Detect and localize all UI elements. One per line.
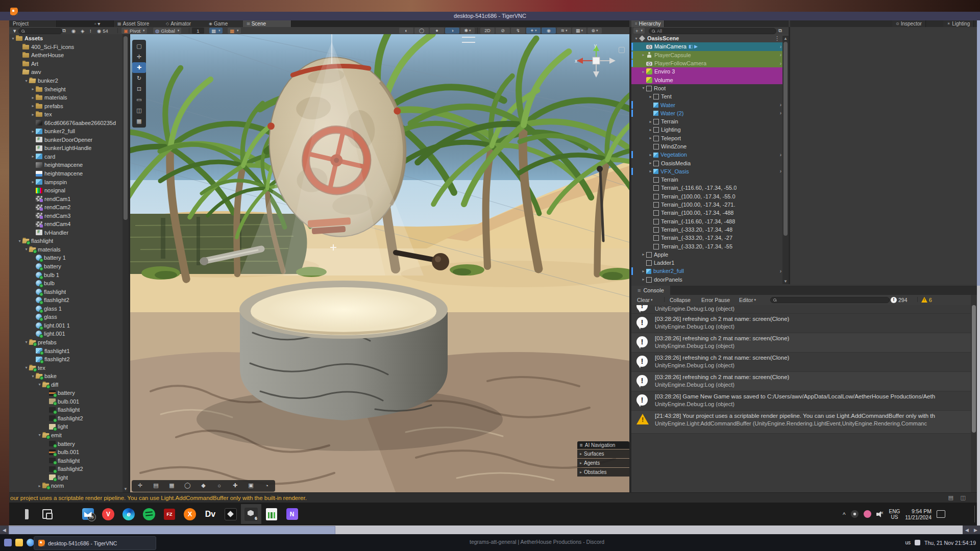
layers-menu-icon[interactable]: ≋ (557, 28, 571, 34)
expand-arrow-icon[interactable]: ▾ (37, 382, 42, 387)
hierarchy-item[interactable]: Water (2)› (631, 109, 789, 117)
project-item[interactable]: Art (9, 60, 129, 68)
taskbar-icon-code-app[interactable]: N (282, 504, 302, 524)
lighting-toggle-icon[interactable]: ● (430, 28, 444, 34)
hierarchy-item[interactable]: Terrain (631, 176, 789, 184)
console-clear-button[interactable]: Clear (634, 296, 655, 304)
project-item[interactable]: flashlight2 (9, 355, 129, 364)
hierarchy-item[interactable]: Terrain_(-116.60, -17.34, -55.0 (631, 184, 789, 192)
expand-arrow-icon[interactable]: ▾ (633, 36, 639, 41)
rect-tool-icon[interactable]: ▭ (132, 94, 146, 105)
hierarchy-item[interactable]: PlayerFollowCamera› (631, 59, 789, 67)
console-editor-dropdown[interactable]: Editor (737, 296, 758, 304)
project-item[interactable]: tvHandler (9, 229, 129, 237)
taskbar-icon-unity-editor[interactable]: 6 (241, 504, 261, 524)
hierarchy-item[interactable]: Terrain_(100.00, -17.34, -55.0 (631, 192, 789, 201)
taskbar-clock[interactable]: 9:54 PM11/21/2024 (905, 508, 932, 520)
scene-view[interactable] (130, 34, 629, 492)
show-desktop-button[interactable] (974, 506, 977, 522)
project-item[interactable]: ▾bunker2 (9, 77, 129, 85)
expand-arrow-icon[interactable]: ▾ (641, 86, 646, 90)
expand-arrow-icon[interactable]: ▸ (30, 180, 36, 184)
hierarchy-item[interactable]: ▸bunker2_full› (631, 267, 789, 275)
host-files-icon[interactable] (15, 539, 23, 546)
host-clock[interactable]: Thu, 21 Nov 21:54:19 (924, 540, 976, 546)
grid-menu-icon[interactable]: ▦ (572, 28, 586, 34)
hierarchy-item[interactable]: Water› (631, 101, 789, 109)
prefab-chevron-icon[interactable]: › (780, 268, 781, 274)
hierarchy-item[interactable]: ▾Root (631, 84, 789, 92)
expand-arrow-icon[interactable]: ▸ (30, 129, 36, 134)
transform-tool-icon[interactable]: ◫ (132, 105, 146, 116)
project-item[interactable]: flashlight (9, 287, 129, 296)
hierarchy-item[interactable]: Terrain_(-333.20, -17.34, -55 (631, 242, 789, 250)
scroll-up-icon[interactable]: ▲ (783, 36, 788, 41)
paint-overlay-icon[interactable]: ◆ (196, 481, 211, 490)
project-item[interactable]: battery (9, 439, 129, 448)
hierarchy-item[interactable]: Terrain_(100.00, -17.34, -271. (631, 201, 789, 209)
project-item[interactable]: ▸tex (9, 110, 129, 119)
scene-orientation-gizmo[interactable]: x y (576, 45, 617, 82)
move-overlay-icon[interactable]: ✛ (133, 481, 148, 490)
project-item[interactable]: 66cd606676aabee2660235d (9, 118, 129, 127)
scroll-left-icon[interactable]: ◀ (0, 525, 9, 534)
expand-arrow-icon[interactable]: ▾ (30, 374, 36, 379)
prefab-chevron-icon[interactable]: › (780, 168, 781, 174)
hierarchy-item[interactable]: Terrain_(-333.20, -17.34, -48 (631, 226, 789, 234)
taskbar-icon-dev-app[interactable]: Dv (200, 504, 220, 524)
prefab-chevron-icon[interactable]: › (780, 61, 781, 66)
expand-arrow-icon[interactable]: ▾ (23, 247, 29, 252)
visibility-toggle-icon[interactable]: ◉ (542, 28, 556, 34)
prefab-chevron-icon[interactable]: › (780, 52, 781, 58)
scroll-left-icon[interactable]: ◀ (963, 525, 971, 534)
console-entry-log[interactable]: [03:28:26] refreshing ch 2 mat name: scr… (631, 353, 971, 372)
ai-nav-row-surfaces[interactable]: ▸Surfaces (577, 449, 629, 458)
expand-arrow-icon[interactable]: ▸ (641, 69, 646, 74)
panel-splitter[interactable] (789, 27, 790, 284)
scrollbar-thumb[interactable] (972, 305, 976, 433)
project-item[interactable]: glass (9, 313, 129, 321)
transform-overlay-icon[interactable]: ✚ (228, 481, 242, 490)
console-entry-log[interactable]: [03:28:26] refreshing ch 2 mat name: scr… (631, 333, 971, 353)
project-item[interactable]: flashlight2 (9, 414, 129, 423)
console-info-count[interactable]: 294 (891, 296, 908, 304)
debug-mode-icon[interactable]: ◯ (414, 28, 429, 34)
media-tray-icon[interactable] (864, 510, 871, 518)
scrollbar-thumb[interactable] (9, 526, 335, 535)
taskbar-icon-start-partial[interactable] (16, 504, 37, 524)
project-item[interactable]: ▸bunker2_full (9, 127, 129, 136)
expand-arrow-icon[interactable]: ▸ (648, 161, 653, 165)
host-window-title-discord[interactable]: tegrams-att-general | AetherHouse Produc… (470, 539, 604, 545)
tab-inspector[interactable]: ⊙Inspector (892, 20, 926, 27)
taskbar-icon-mail[interactable]: 26 (78, 504, 98, 524)
hierarchy-item[interactable]: ▸PlayerCapsule› (631, 51, 789, 59)
taskbar-icon-spotify[interactable] (139, 504, 159, 524)
host-tray-icon[interactable] (915, 540, 920, 545)
light-probe-icon[interactable]: ↯ (511, 28, 525, 34)
console-entry-log[interactable]: UnityEngine.Debug:Log (object) (631, 305, 971, 314)
project-item[interactable]: rendCam2 (9, 203, 129, 212)
project-item[interactable]: ▸9xheight (9, 85, 129, 93)
hierarchy-item[interactable]: ▸doorPanels (631, 276, 789, 284)
scrollbar-thumb[interactable] (977, 20, 980, 286)
expand-arrow-icon[interactable]: ▾ (23, 79, 29, 83)
project-item[interactable]: ▾prefabs (9, 338, 129, 347)
scroll-down-icon[interactable]: ▼ (783, 279, 788, 284)
project-item[interactable]: AetherHouse (9, 51, 129, 60)
project-item[interactable]: battery (9, 262, 129, 271)
project-item[interactable]: ▾diff (9, 380, 129, 389)
taskbar-icon-vivaldi[interactable]: V (98, 504, 118, 524)
project-item[interactable]: battery (9, 389, 129, 397)
ai-navigation-header[interactable]: ≡AI Navigation (577, 441, 629, 449)
grid-overlay-icon[interactable]: ▦ (164, 481, 179, 490)
ai-nav-row-obstacles[interactable]: ▸Obstacles (577, 468, 629, 477)
expand-arrow-icon[interactable]: ▸ (648, 136, 653, 140)
project-item[interactable]: ▸norm (9, 482, 129, 490)
hierarchy-item[interactable]: ▸Terrain (631, 117, 789, 126)
hierarchy-add-button[interactable]: + (633, 28, 645, 34)
expand-arrow-icon[interactable]: ▸ (648, 94, 653, 99)
console-entry-warn[interactable]: [21:43:28] Your project uses a scriptabl… (631, 411, 971, 434)
draw-mode-icon[interactable]: ◐ (399, 28, 413, 34)
project-item[interactable]: flashlight1 (9, 346, 129, 355)
taskbar-icon-edge[interactable]: e (118, 504, 139, 524)
